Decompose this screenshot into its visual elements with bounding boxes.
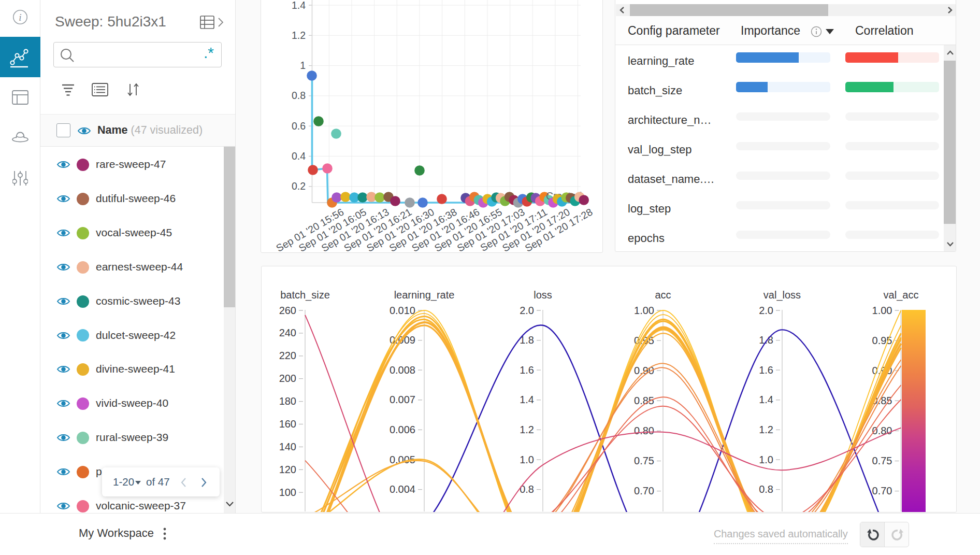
svg-text:1.0: 1.0 bbox=[520, 454, 534, 465]
svg-text:120: 120 bbox=[279, 464, 296, 475]
svg-text:1.6: 1.6 bbox=[759, 364, 773, 376]
svg-text:0.006: 0.006 bbox=[390, 424, 415, 435]
svg-text:learning_rate: learning_rate bbox=[394, 289, 455, 301]
svg-text:0.8: 0.8 bbox=[759, 483, 773, 495]
svg-text:0.75: 0.75 bbox=[872, 455, 892, 466]
svg-text:2.0: 2.0 bbox=[759, 305, 773, 316]
svg-text:1.2: 1.2 bbox=[292, 30, 306, 41]
svg-text:0.80: 0.80 bbox=[634, 425, 654, 436]
svg-text:0.007: 0.007 bbox=[390, 394, 415, 405]
svg-text:0.70: 0.70 bbox=[634, 485, 654, 496]
svg-text:1.4: 1.4 bbox=[292, 0, 306, 11]
svg-text:0.008: 0.008 bbox=[390, 364, 415, 376]
svg-text:1.00: 1.00 bbox=[634, 305, 654, 316]
svg-text:1.2: 1.2 bbox=[759, 424, 773, 435]
svg-text:160: 160 bbox=[279, 418, 296, 430]
svg-text:acc: acc bbox=[655, 289, 671, 301]
svg-text:1.4: 1.4 bbox=[520, 394, 534, 405]
svg-text:0.8: 0.8 bbox=[292, 90, 306, 101]
svg-text:1.4: 1.4 bbox=[759, 394, 773, 405]
svg-text:240: 240 bbox=[279, 327, 296, 338]
svg-text:0.70: 0.70 bbox=[872, 485, 892, 496]
svg-text:0.75: 0.75 bbox=[634, 455, 654, 466]
svg-text:i: i bbox=[19, 12, 21, 23]
svg-text:140: 140 bbox=[279, 441, 296, 452]
svg-text:1.0: 1.0 bbox=[759, 454, 773, 465]
svg-text:0.004: 0.004 bbox=[390, 483, 415, 495]
svg-text:200: 200 bbox=[279, 373, 296, 384]
svg-text:val_acc: val_acc bbox=[884, 289, 919, 301]
svg-text:1.00: 1.00 bbox=[872, 305, 892, 316]
svg-text:0.4: 0.4 bbox=[292, 150, 306, 162]
svg-text:1: 1 bbox=[300, 60, 306, 71]
svg-text:0.010: 0.010 bbox=[390, 305, 415, 316]
svg-text:180: 180 bbox=[279, 395, 296, 407]
svg-text:2.0: 2.0 bbox=[520, 305, 534, 316]
svg-text:0.6: 0.6 bbox=[292, 120, 306, 132]
svg-text:val_loss: val_loss bbox=[763, 289, 801, 301]
svg-text:0.95: 0.95 bbox=[872, 335, 892, 346]
svg-text:0.2: 0.2 bbox=[292, 180, 306, 192]
svg-text:100: 100 bbox=[279, 487, 296, 498]
svg-text:batch_size: batch_size bbox=[280, 289, 330, 301]
svg-text:1.6: 1.6 bbox=[520, 364, 534, 376]
svg-text:260: 260 bbox=[279, 305, 296, 316]
svg-text:loss: loss bbox=[534, 289, 552, 301]
svg-text:220: 220 bbox=[279, 350, 296, 361]
svg-text:1.2: 1.2 bbox=[520, 424, 534, 435]
